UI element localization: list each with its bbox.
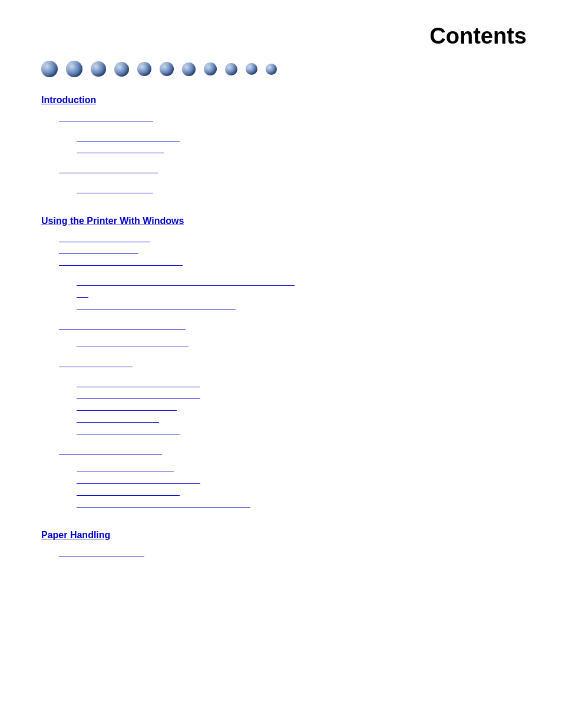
- intro-link-1[interactable]: [59, 114, 153, 121]
- page-title: Contents: [429, 24, 527, 48]
- upw-link-2[interactable]: [59, 246, 138, 254]
- upw-entry-8a: [77, 380, 527, 387]
- intro-link-2b[interactable]: [77, 146, 164, 153]
- upw-entry-9: [59, 447, 527, 454]
- upw-entry-4a: [77, 278, 527, 286]
- upw-link-7[interactable]: [59, 360, 133, 367]
- title-area: Contents: [35, 24, 527, 49]
- upw-entry-4b: [77, 290, 527, 298]
- upw-link-9[interactable]: [59, 447, 162, 454]
- upw-link-8d[interactable]: [77, 415, 159, 423]
- intro-entry-3: [59, 166, 527, 173]
- upw-link-10b[interactable]: [77, 476, 200, 484]
- intro-link-4[interactable]: [77, 186, 153, 193]
- upw-entry-10d: [77, 500, 527, 508]
- upw-link-10d[interactable]: [77, 500, 250, 508]
- ph-link-1[interactable]: [59, 549, 144, 556]
- upw-entry-5: [59, 322, 527, 330]
- upw-entry-10c: [77, 488, 527, 496]
- contents-area: Introduction: [35, 95, 527, 556]
- upw-link-10a[interactable]: [77, 465, 174, 472]
- dot-5: [137, 62, 151, 76]
- introduction-header: Introduction: [41, 95, 527, 110]
- upw-entry-1: [59, 235, 527, 242]
- intro-entry-2b: [77, 146, 527, 153]
- dot-4: [114, 62, 129, 77]
- upw-entry-8b: [77, 391, 527, 399]
- dot-2: [66, 61, 82, 77]
- upw-entry-4c: [77, 302, 527, 309]
- intro-entry-2a: [77, 134, 527, 141]
- upw-link-8b[interactable]: [77, 391, 200, 399]
- ph-entry-1: [59, 549, 527, 556]
- upw-entry-6: [77, 340, 527, 347]
- upw-entry-8d: [77, 415, 527, 423]
- intro-link-2a[interactable]: [77, 134, 180, 141]
- upw-entry-2: [59, 246, 527, 254]
- paper-handling-link[interactable]: Paper Handling: [41, 530, 110, 541]
- paper-handling-header: Paper Handling: [41, 530, 527, 545]
- upw-link-8c[interactable]: [77, 403, 177, 411]
- upw-link-6[interactable]: [77, 340, 189, 347]
- section-introduction: Introduction: [41, 95, 527, 193]
- upw-link-5[interactable]: [59, 322, 186, 330]
- dot-6: [160, 62, 174, 76]
- upw-entry-3: [59, 258, 527, 266]
- introduction-link[interactable]: Introduction: [41, 95, 96, 106]
- dot-9: [225, 63, 237, 75]
- dot-1: [41, 61, 58, 77]
- dot-10: [246, 63, 257, 75]
- using-printer-link[interactable]: Using the Printer With Windows: [41, 216, 184, 226]
- upw-link-4a[interactable]: [77, 278, 295, 286]
- section-using-printer: Using the Printer With Windows: [41, 216, 527, 508]
- dot-3: [91, 61, 106, 77]
- upw-link-8a[interactable]: [77, 380, 200, 387]
- upw-entry-10b: [77, 476, 527, 484]
- upw-link-1[interactable]: [59, 235, 150, 242]
- dot-11: [266, 64, 277, 75]
- upw-link-4b[interactable]: [77, 290, 88, 298]
- upw-link-4c[interactable]: [77, 302, 236, 309]
- section-paper-handling: Paper Handling: [41, 530, 527, 556]
- using-printer-header: Using the Printer With Windows: [41, 216, 527, 231]
- upw-entry-8e: [77, 427, 527, 434]
- intro-link-3[interactable]: [59, 166, 158, 173]
- page-container: Contents Introduction: [0, 0, 562, 728]
- upw-entry-10a: [77, 465, 527, 472]
- upw-link-10c[interactable]: [77, 488, 180, 496]
- dot-7: [182, 62, 196, 76]
- upw-entry-7: [59, 360, 527, 367]
- upw-link-8e[interactable]: [77, 427, 180, 434]
- decorative-dots-row: [35, 61, 527, 77]
- intro-entry-4: [77, 186, 527, 193]
- dot-8: [204, 62, 217, 75]
- upw-link-3[interactable]: [59, 258, 183, 266]
- intro-entry-1: [59, 114, 527, 121]
- upw-entry-8c: [77, 403, 527, 411]
